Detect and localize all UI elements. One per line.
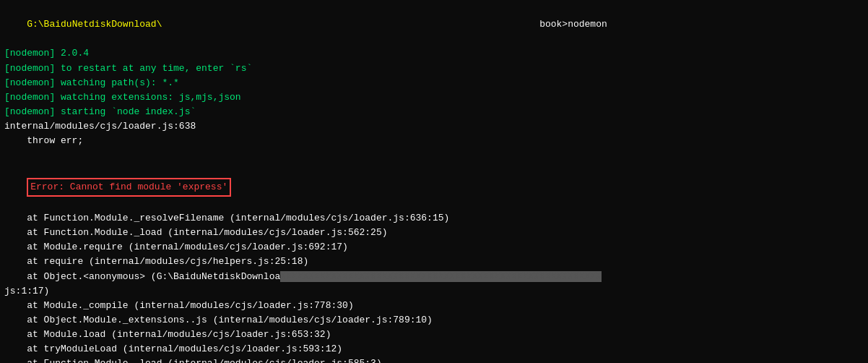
line-nodemon-watching-path: [nodemon] watching path(s): *.* (4, 76, 864, 90)
line-stack-1: at Function.Module._resolveFilename (int… (4, 211, 864, 226)
error-message: Error: Cannot find module 'express' (27, 178, 231, 197)
line-nodemon-starting: [nodemon] starting `node index.js` (4, 105, 864, 119)
line-stack-2: at Function.Module._load (internal/modul… (4, 226, 864, 240)
line-stack-6: at Module._compile (internal/modules/cjs… (4, 299, 864, 313)
line-stack-5: at Object.<anonymous> (G:\BaiduNetdiskDo… (4, 270, 864, 284)
line-loader: internal/modules/cjs/loader.js:638 (4, 119, 864, 134)
line-nodemon-watching-ext: [nodemon] watching extensions: js,mjs,js… (4, 90, 864, 105)
line-empty (4, 148, 864, 163)
line-stack-3: at Module.require (internal/modules/cjs/… (4, 240, 864, 255)
line-error: Error: Cannot find module 'express' (4, 163, 864, 211)
line-stack-5b: js:1:17) (4, 284, 864, 299)
line-stack-8: at Module.load (internal/modules/cjs/loa… (4, 328, 864, 342)
line-stack-10: at Function.Module._load (internal/modul… (4, 356, 864, 363)
line-throw: throw err; (4, 134, 864, 148)
line-nodemon-restart: [nodemon] to restart at any time, enter … (4, 61, 864, 76)
line-stack-4: at require (internal/modules/cjs/helpers… (4, 255, 864, 269)
terminal-window[interactable]: G:\BaiduNetdiskDownload\ book>nodemon [n… (0, 0, 868, 363)
line-stack-7: at Object.Module._extensions..js (intern… (4, 313, 864, 328)
line-nodemon-version: [nodemon] 2.0.4 (4, 46, 864, 61)
line-stack-9: at tryModuleLoad (internal/modules/cjs/l… (4, 342, 864, 356)
line-path: G:\BaiduNetdiskDownload\ book>nodemon (4, 3, 864, 46)
path-text: G:\BaiduNetdiskDownload\ (27, 19, 162, 30)
